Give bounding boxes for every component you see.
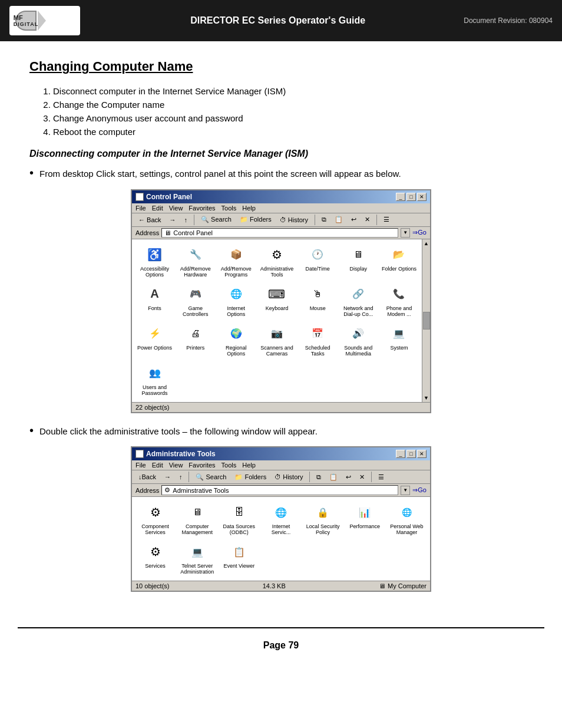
at-icon-telnet[interactable]: Telnet ServerAdministration [177,540,217,577]
at-folders-btn[interactable]: 📁 Folders [232,472,269,482]
at-icon-datasources[interactable]: Data Sources(ODBC) [219,500,259,538]
cp-views-btn[interactable]: ☰ [381,215,392,225]
at-icon-component[interactable]: ComponentServices [135,500,175,538]
cp-menu-help[interactable]: Help [242,205,256,212]
at-go-btn[interactable]: ⇒Go [412,486,427,494]
page-title: Changing Computer Name [29,59,533,74]
cp-icon-display[interactable]: Display [339,243,378,280]
component-label: ComponentServices [141,523,169,535]
at-addr-field[interactable]: ⚙ Adminstrative Tools [161,485,398,495]
cp-icon-addremoveprog[interactable]: Add/RemovePrograms [217,243,255,280]
at-icon-eventviewer[interactable]: Event Viewer [219,540,259,577]
cp-addr-dropdown[interactable]: ▼ [401,228,410,238]
cp-history-btn[interactable]: ⏱ History [277,215,311,225]
cp-icon-game[interactable]: GameControllers [176,282,214,319]
cp-search-btn[interactable]: 🔍 Search [198,215,234,225]
addremoveprog-icon [227,245,246,264]
cp-sep2 [315,215,315,225]
cp-scrollbar[interactable]: ▲ ▼ [422,239,430,402]
cp-menu-file[interactable]: File [135,205,146,212]
cp-toolbar: ← Back → ↑ 🔍 Search 📁 Folders ⏱ History … [132,213,430,227]
component-icon [146,503,165,522]
cp-maximize-btn[interactable]: □ [406,193,416,201]
at-icon-localsec[interactable]: Local SecurityPolicy [303,500,343,538]
cp-icon-power[interactable]: Power Options [135,322,174,359]
cp-icon-fonts[interactable]: Fonts [135,282,174,319]
cp-icon-printers[interactable]: Printers [176,322,214,359]
cp-icon-addremovehw[interactable]: Add/RemoveHardware [176,243,214,280]
cp-addressbar: Address 🖥 Control Panel ▼ ⇒Go [132,227,430,239]
at-menu-help[interactable]: Help [242,462,256,469]
cp-close-btn[interactable]: ✕ [417,193,427,201]
cp-icon-datetime[interactable]: Date/Time [299,243,337,280]
at-maximize-btn[interactable]: □ [406,450,416,458]
cp-icon-phone[interactable]: Phone andModem ... [380,282,418,319]
cp-icon-admintools[interactable]: AdministrativeTools [257,243,296,280]
at-paste-btn[interactable]: 📋 [326,472,340,482]
cp-icon-grid: AccessibilityOptions Add/RemoveHardware … [132,239,422,402]
cp-icon-users[interactable]: Users andPasswords [135,361,174,398]
eventviewer-icon [230,542,249,561]
at-menu-tools[interactable]: Tools [222,462,237,469]
at-search-btn[interactable]: 🔍 Search [193,472,229,482]
at-history-btn[interactable]: ⏱ History [272,472,306,482]
folderoptions-icon [389,245,408,264]
cp-addr-field[interactable]: 🖥 Control Panel [161,228,398,238]
cp-icon-regional[interactable]: RegionalOptions [217,322,255,359]
at-views-btn[interactable]: ☰ [375,472,387,482]
at-titlebar: ⚙ Administrative Tools _ □ ✕ [132,447,430,460]
at-menu-file[interactable]: File [135,462,146,469]
at-forward-btn[interactable]: → [161,472,174,482]
at-icon-performance[interactable]: Performance [345,500,385,538]
at-close-btn[interactable]: ✕ [417,450,427,458]
cp-icon-sounds[interactable]: Sounds andMultimedia [339,322,378,359]
cp-delete-btn[interactable]: ✕ [362,215,373,225]
cp-undo-btn[interactable]: ↩ [348,215,359,225]
at-menu-edit[interactable]: Edit [152,462,163,469]
bullet-dot-2: • [29,424,34,439]
at-icon-services[interactable]: Services [135,540,175,577]
cp-icon-scanners[interactable]: Scanners andCameras [257,322,296,359]
cp-minimize-btn[interactable]: _ [396,193,405,201]
at-delete-btn[interactable]: ✕ [356,472,368,482]
admin-tools-screenshot: ⚙ Administrative Tools _ □ ✕ File Edit V… [131,446,431,592]
cp-paste-btn[interactable]: 📋 [332,215,346,225]
computer-icon-small: 🖥 [379,582,385,589]
cp-menu-tools[interactable]: Tools [222,205,237,212]
cp-menu-favorites[interactable]: Favorites [189,205,215,212]
cp-sep1 [194,215,194,225]
personalweb-icon [397,503,416,522]
at-minimize-btn[interactable]: _ [396,450,405,458]
cp-menubar: File Edit View Favorites Tools Help [132,203,430,213]
cp-icon-mouse[interactable]: Mouse [299,282,337,319]
cp-icon-network[interactable]: Network andDial-up Co... [339,282,378,319]
mouse-label: Mouse [310,305,326,311]
cp-icon-accessibility[interactable]: AccessibilityOptions [135,243,174,280]
performance-icon [355,503,374,522]
cp-icon-system[interactable]: System [380,322,418,359]
cp-icon-folderoptions[interactable]: Folder Options [380,243,418,280]
cp-icon-scheduled[interactable]: ScheduledTasks [299,322,337,359]
cp-folders-btn[interactable]: 📁 Folders [237,215,275,225]
at-icon-iis[interactable]: InternetServic... [261,500,300,538]
cp-copy-btn[interactable]: ⧉ [319,215,329,225]
at-menu-favorites[interactable]: Favorites [189,462,215,469]
cp-up-btn[interactable]: ↑ [181,215,191,225]
at-undo-btn[interactable]: ↩ [343,472,354,482]
at-icon-compmgmt[interactable]: ComputerManagement [177,500,217,538]
localsec-icon [313,503,332,522]
cp-menu-view[interactable]: View [169,205,183,212]
at-back-btn[interactable]: ↓Back [135,472,159,482]
at-copy-btn[interactable]: ⧉ [313,472,324,482]
cp-go-btn[interactable]: ⇒Go [412,229,427,236]
at-menu-view[interactable]: View [169,462,183,469]
cp-menu-edit[interactable]: Edit [152,205,163,212]
cp-forward-btn[interactable]: → [167,215,179,225]
performance-label: Performance [350,523,381,529]
at-up-btn[interactable]: ↑ [176,472,186,482]
at-addr-dropdown[interactable]: ▼ [401,486,410,495]
at-icon-personalweb[interactable]: Personal WebManager [387,500,427,538]
cp-back-btn[interactable]: ← Back [135,215,164,225]
cp-icon-keyboard[interactable]: Keyboard [257,282,296,319]
cp-icon-internet[interactable]: InternetOptions [217,282,255,319]
